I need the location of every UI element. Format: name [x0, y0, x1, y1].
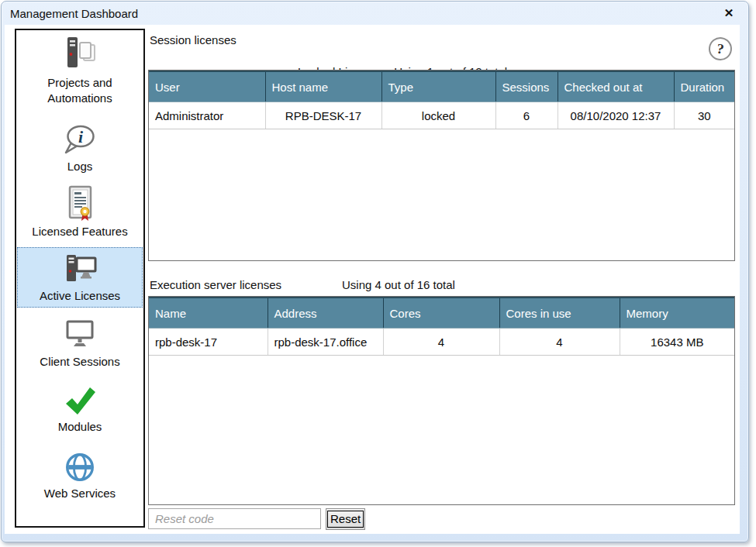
sidebar-item-modules[interactable]: Modules: [16, 382, 143, 436]
execution-usage-line: Using 4 out of 16 total: [342, 278, 455, 291]
table-row[interactable]: Administrator RPB-DESK-17 locked 6 08/10…: [149, 102, 734, 129]
window-title: Management Dashboard: [10, 7, 138, 20]
active-licenses-icon: [60, 251, 99, 288]
sidebar-item-active-licenses[interactable]: Active Licenses: [17, 247, 143, 308]
sidebar-item-label: Projects and Automations: [22, 75, 138, 106]
svg-text:i: i: [78, 127, 84, 146]
logs-icon: i: [60, 120, 99, 159]
column-header-sessions[interactable]: Sessions: [495, 71, 558, 102]
session-licenses-table: User Host name Type Sessions Checked out…: [148, 70, 735, 261]
sidebar: Projects and Automations i Logs: [15, 29, 145, 528]
web-services-icon: [62, 449, 98, 486]
cell-sessions: 6: [495, 102, 558, 129]
reset-button[interactable]: Reset: [326, 508, 365, 530]
column-header-memory[interactable]: Memory: [620, 298, 734, 329]
close-icon[interactable]: ✕: [722, 6, 736, 20]
projects-icon: [60, 35, 100, 75]
client-sessions-icon: [61, 315, 98, 354]
column-header-host-name[interactable]: Host name: [265, 71, 381, 102]
cell-host-name: RPB-DESK-17: [265, 102, 381, 129]
help-icon[interactable]: ?: [707, 36, 734, 62]
execution-server-licenses-title: Execution server licenses: [150, 278, 281, 291]
modules-icon: [62, 384, 98, 419]
cell-cores: 4: [383, 329, 499, 356]
sidebar-item-label: Modules: [58, 419, 102, 435]
reset-code-input[interactable]: [148, 508, 321, 529]
column-header-address[interactable]: Address: [268, 298, 383, 329]
sidebar-item-label: Active Licenses: [40, 288, 120, 304]
cell-duration: 30: [674, 102, 734, 129]
session-licenses-title: Session licenses: [150, 33, 236, 46]
cell-address: rpb-desk-17.office: [268, 329, 383, 356]
cell-name: rpb-desk-17: [149, 329, 268, 356]
sidebar-item-label: Logs: [67, 159, 93, 174]
column-header-cores-in-use[interactable]: Cores in use: [499, 298, 620, 329]
title-bar[interactable]: Management Dashboard ✕: [2, 2, 748, 25]
sidebar-item-client-sessions[interactable]: Client Sessions: [16, 314, 143, 371]
session-table-header-row: User Host name Type Sessions Checked out…: [149, 71, 734, 102]
column-header-cores[interactable]: Cores: [383, 298, 499, 329]
execution-table-header-row: Name Address Cores Cores in use Memory: [149, 298, 734, 329]
reset-button-label: Reset: [327, 511, 364, 528]
sidebar-item-web-services[interactable]: Web Services: [16, 447, 143, 503]
content-area: Projects and Automations i Logs: [5, 25, 740, 534]
sidebar-item-logs[interactable]: i Logs: [16, 119, 143, 176]
sidebar-item-licensed-features[interactable]: Licensed Features: [16, 182, 143, 241]
column-header-checked-out-at[interactable]: Checked out at: [558, 71, 674, 102]
column-header-type[interactable]: Type: [381, 71, 495, 102]
cell-type: locked: [381, 102, 495, 129]
cell-cores-in-use: 4: [499, 329, 620, 356]
column-header-user[interactable]: User: [149, 71, 265, 102]
table-row[interactable]: rpb-desk-17 rpb-desk-17.office 4 4 16343…: [149, 329, 734, 356]
management-dashboard-window: Management Dashboard ✕ Projects and Auto…: [1, 1, 749, 542]
sidebar-item-label: Web Services: [44, 486, 116, 501]
cell-checked-out-at: 08/10/2020 12:37: [558, 102, 674, 129]
sidebar-item-label: Licensed Features: [32, 224, 127, 239]
execution-server-licenses-table: Name Address Cores Cores in use Memory r…: [148, 296, 735, 505]
column-header-name[interactable]: Name: [149, 298, 268, 329]
licensed-features-icon: [61, 184, 98, 224]
sidebar-item-projects-and-automations[interactable]: Projects and Automations: [16, 33, 143, 108]
column-header-duration[interactable]: Duration: [674, 71, 734, 102]
sidebar-item-label: Client Sessions: [40, 354, 119, 370]
cell-user: Administrator: [149, 102, 265, 129]
cell-memory: 16343 MB: [620, 329, 734, 356]
